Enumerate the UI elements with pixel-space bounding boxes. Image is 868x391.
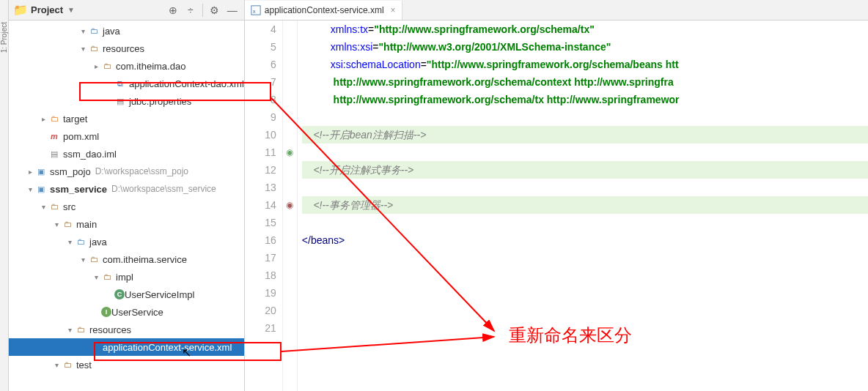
chevron-down-icon[interactable]: ▼ (67, 6, 75, 14)
folder-icon: 📁 (13, 3, 28, 17)
tree-label: resources (89, 324, 131, 335)
svg-text:x: x (252, 7, 255, 14)
tree-item[interactable]: ⧉applicationContext-dao.xml (9, 75, 244, 92)
tree-arrow[interactable]: ▾ (51, 361, 62, 369)
line-gutter: 456789101112131415161718192021 (245, 21, 283, 391)
tree-label: UserServiceImpl (125, 289, 194, 300)
tree-item[interactable]: ▤ssm_dao.iml (9, 145, 244, 163)
tree-item[interactable]: ▾🗀java (9, 22, 244, 40)
tree-arrow[interactable]: ▾ (38, 203, 48, 211)
editor-tab[interactable]: x applicationContext-service.xml × (245, 1, 402, 20)
tree-arrow[interactable]: ▾ (78, 256, 88, 264)
project-header: 📁 Project ▼ ⊕ ÷ ⚙ — (9, 0, 244, 21)
strip-label: 1: Project (0, 22, 8, 53)
tree-item[interactable]: ⧉applicationContext-service.xml (9, 338, 244, 356)
tree-label: test (76, 360, 92, 370)
tree-label: target (63, 113, 87, 124)
tree-item[interactable]: ▾🗀main (9, 215, 244, 233)
tree-item[interactable]: ▾🗀resources (9, 40, 244, 57)
gear-icon[interactable]: ⚙ (207, 3, 222, 18)
tree-item[interactable]: ▾▣ssm_serviceD:\workspace\ssm_service (9, 180, 244, 198)
tree-label: java (103, 26, 120, 37)
left-tool-strip[interactable]: 1: Project (0, 0, 9, 391)
tree-item[interactable]: ▾🗀impl (9, 268, 244, 286)
tree-label: UserService (111, 307, 163, 318)
tree-arrow[interactable]: ▾ (78, 45, 88, 53)
tree-item[interactable]: ▾🗀test (9, 356, 244, 373)
tree-path: D:\workspace\ssm_service (111, 184, 216, 194)
tree-label: ssm_service (50, 184, 107, 195)
tree-item[interactable]: ▸▣ssm_pojoD:\workspace\ssm_pojo (9, 163, 244, 180)
tree-arrow[interactable]: ▸ (91, 62, 101, 70)
tree-item[interactable]: ▾🗀src (9, 198, 244, 215)
tree-arrow[interactable]: ▾ (91, 273, 101, 281)
tree-label: pom.xml (63, 131, 99, 142)
tree-label: src (63, 201, 76, 212)
editor-body[interactable]: 456789101112131415161718192021 ◉◉ xmlns:… (245, 21, 868, 391)
tree-label: main (76, 219, 97, 230)
xml-icon: x (251, 5, 261, 15)
tree-arrow[interactable]: ▾ (78, 27, 88, 35)
tree-item[interactable]: ▾🗀java (9, 233, 244, 250)
tree-label: jdbc.properties (129, 96, 191, 107)
tree-arrow[interactable]: ▾ (65, 326, 75, 334)
tree-item[interactable]: ▸🗀com.itheima.dao (9, 57, 244, 75)
tree-label: java (89, 237, 107, 247)
tree-label: com.itheima.dao (116, 61, 185, 72)
tree-label: resources (103, 43, 144, 54)
editor-panel: x applicationContext-service.xml × 45678… (245, 0, 868, 391)
tree-label: applicationContext-service.xml (103, 342, 232, 353)
project-tree[interactable]: ▾🗀java▾🗀resources▸🗀com.itheima.dao⧉appli… (9, 21, 244, 391)
tab-label: applicationContext-service.xml (265, 5, 384, 15)
close-icon[interactable]: × (391, 5, 396, 15)
tree-arrow[interactable]: ▸ (25, 168, 35, 176)
tree-item[interactable]: IUserService (9, 303, 244, 321)
tree-arrow[interactable]: ▾ (51, 220, 62, 228)
tree-item[interactable]: CUserServiceImpl (9, 286, 244, 303)
collapse-button[interactable]: ÷ (183, 3, 198, 18)
tree-arrow[interactable]: ▾ (65, 238, 75, 246)
tree-label: ssm_dao.iml (63, 149, 117, 160)
tree-arrow[interactable]: ▸ (38, 115, 48, 123)
tree-item[interactable]: ▸🗀target (9, 110, 244, 127)
code-area[interactable]: xmlns:tx="http://www.springframework.org… (298, 21, 868, 391)
tree-label: impl (116, 272, 133, 283)
tree-item[interactable]: mpom.xml (9, 127, 244, 145)
project-panel: 📁 Project ▼ ⊕ ÷ ⚙ — ▾🗀java▾🗀resources▸🗀c… (9, 0, 245, 391)
project-title: Project (31, 4, 63, 15)
gutter-icons: ◉◉ (283, 21, 298, 391)
tree-path: D:\workspace\ssm_pojo (95, 166, 188, 176)
tree-item[interactable]: ▾🗀com.itheima.service (9, 250, 244, 268)
tree-item[interactable]: ▤jdbc.properties (9, 92, 244, 110)
locate-button[interactable]: ⊕ (166, 3, 180, 18)
tree-label: ssm_pojo (50, 166, 91, 177)
tree-label: applicationContext-dao.xml (129, 78, 244, 89)
editor-tabs: x applicationContext-service.xml × (245, 0, 868, 21)
tree-label: com.itheima.service (103, 254, 187, 265)
tree-item[interactable]: ▾🗀resources (9, 321, 244, 338)
tree-arrow[interactable]: ▾ (25, 185, 35, 193)
minimize-button[interactable]: — (225, 3, 240, 18)
